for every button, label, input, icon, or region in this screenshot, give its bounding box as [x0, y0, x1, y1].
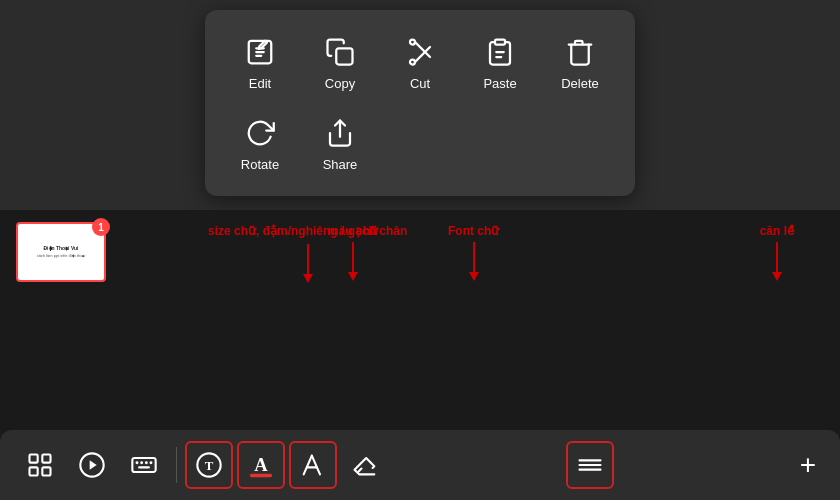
- keyboard-button[interactable]: [120, 441, 168, 489]
- eraser-button[interactable]: [341, 441, 389, 489]
- grid-button[interactable]: [16, 441, 64, 489]
- rotate-button[interactable]: Rotate: [225, 107, 295, 180]
- paste-label: Paste: [483, 76, 516, 91]
- svg-line-24: [304, 456, 312, 475]
- text-color-icon: A: [247, 451, 275, 479]
- font-button[interactable]: [289, 441, 337, 489]
- svg-rect-10: [30, 467, 38, 475]
- share-button[interactable]: Share: [305, 107, 375, 180]
- delete-icon: [562, 34, 598, 70]
- svg-text:T: T: [205, 459, 214, 473]
- font-icon: [299, 451, 327, 479]
- play-icon: [78, 451, 106, 479]
- grid-icon: [26, 451, 54, 479]
- cut-icon: [402, 34, 438, 70]
- keyboard-icon: [130, 451, 158, 479]
- play-button[interactable]: [68, 441, 116, 489]
- toolbar: T A: [0, 430, 840, 500]
- annotation-text-color: màu chữ: [328, 224, 378, 281]
- context-menu-area: Edit Copy Cut Paste: [0, 0, 840, 210]
- svg-text:A: A: [254, 454, 268, 475]
- copy-label: Copy: [325, 76, 355, 91]
- paste-button[interactable]: Paste: [465, 26, 535, 99]
- text-circle-icon: T: [195, 451, 223, 479]
- annotation-align: căn lề: [760, 224, 794, 281]
- text-color-button[interactable]: A: [237, 441, 285, 489]
- svg-line-25: [312, 456, 320, 475]
- svg-rect-11: [42, 467, 50, 475]
- context-menu-row-2: Rotate Share: [225, 107, 615, 180]
- eraser-icon: [351, 451, 379, 479]
- annotation-font: Font chữ: [448, 224, 499, 281]
- svg-rect-8: [30, 455, 38, 463]
- svg-rect-1: [336, 48, 352, 64]
- edit-button[interactable]: Edit: [225, 26, 295, 99]
- cut-label: Cut: [410, 76, 430, 91]
- rotate-icon: [242, 115, 278, 151]
- slide-subtitle: cách làm ppt trên điện thoại: [37, 254, 86, 259]
- slide-title: Điện Thoại Vui: [44, 245, 79, 252]
- copy-icon: [322, 34, 358, 70]
- text-style-button[interactable]: T: [185, 441, 233, 489]
- rotate-label: Rotate: [241, 157, 279, 172]
- context-menu-popup: Edit Copy Cut Paste: [205, 10, 635, 196]
- slide-thumbnail-container[interactable]: 1 Điện Thoại Vui cách làm ppt trên điện …: [16, 222, 106, 282]
- align-button[interactable]: [566, 441, 614, 489]
- share-label: Share: [323, 157, 358, 172]
- context-menu-row-1: Edit Copy Cut Paste: [225, 26, 615, 99]
- plus-button[interactable]: +: [792, 449, 824, 481]
- edit-icon: [242, 34, 278, 70]
- edit-label: Edit: [249, 76, 271, 91]
- svg-rect-6: [495, 40, 505, 45]
- toolbar-divider: [176, 447, 177, 483]
- paste-icon: [482, 34, 518, 70]
- share-icon: [322, 115, 358, 151]
- cut-button[interactable]: Cut: [385, 26, 455, 99]
- slide-area: 1 Điện Thoại Vui cách làm ppt trên điện …: [0, 210, 840, 340]
- svg-marker-13: [90, 460, 97, 469]
- delete-button[interactable]: Delete: [545, 26, 615, 99]
- bottom-section: 1 Điện Thoại Vui cách làm ppt trên điện …: [0, 210, 840, 500]
- slide-number-badge: 1: [92, 218, 110, 236]
- align-icon: [576, 451, 604, 479]
- svg-rect-9: [42, 455, 50, 463]
- delete-label: Delete: [561, 76, 599, 91]
- annotations-area: size chữ, đậm/nghiêng / gạch chân màu ch…: [118, 222, 824, 352]
- copy-button[interactable]: Copy: [305, 26, 375, 99]
- svg-rect-14: [132, 458, 155, 472]
